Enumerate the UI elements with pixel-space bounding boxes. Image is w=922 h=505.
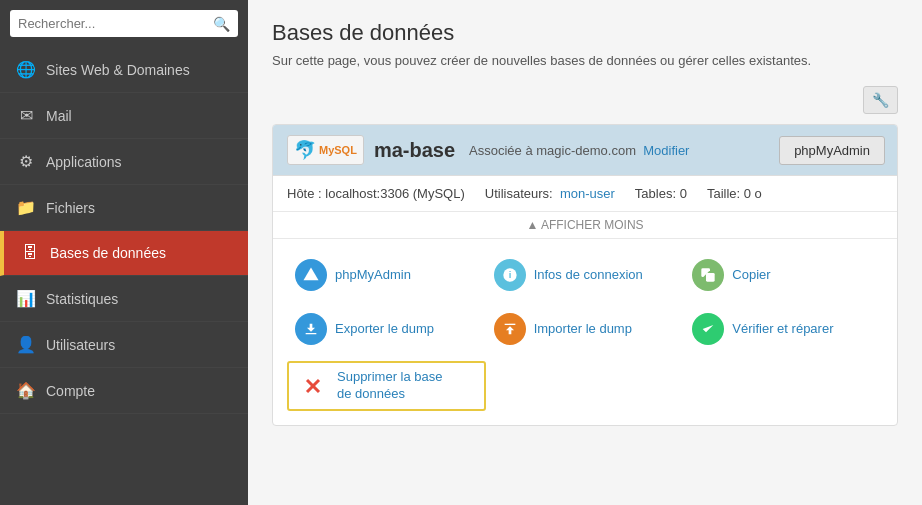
host-info: Hôte : localhost:3306 (MySQL) [287, 186, 465, 201]
exporter-dump-label: Exporter le dump [335, 321, 434, 338]
size-label: Taille: [707, 186, 740, 201]
db-header: 🐬 MySQL ma-base Associée à magic-demo.co… [273, 125, 897, 176]
sidebar-item-label: Fichiers [46, 200, 95, 216]
sites-web-icon: 🌐 [16, 60, 36, 79]
mysql-badge: 🐬 MySQL [287, 135, 364, 165]
sidebar-item-label: Statistiques [46, 291, 118, 307]
sidebar-item-label: Mail [46, 108, 72, 124]
db-name: ma-base [374, 139, 455, 162]
phpmyadmin-action-label: phpMyAdmin [335, 267, 411, 284]
modifier-link[interactable]: Modifier [643, 143, 689, 158]
compte-icon: 🏠 [16, 381, 36, 400]
assoc-text: Associée à magic-demo.com [469, 143, 636, 158]
copier-icon [692, 259, 724, 291]
sidebar-item-sites-web[interactable]: 🌐 Sites Web & Domaines [0, 47, 248, 93]
db-assoc: Associée à magic-demo.com Modifier [469, 143, 689, 158]
sidebar-item-bases-de-donnees[interactable]: 🗄 Bases de données [0, 231, 248, 276]
host-label: Hôte : [287, 186, 322, 201]
fichiers-icon: 📁 [16, 198, 36, 217]
applications-icon: ⚙ [16, 152, 36, 171]
sidebar-item-statistiques[interactable]: 📊 Statistiques [0, 276, 248, 322]
bases-de-donnees-icon: 🗄 [20, 244, 40, 262]
tables-info: Tables: 0 [635, 186, 687, 201]
wrench-button[interactable]: 🔧 [863, 86, 898, 114]
main-content: Bases de données Sur cette page, vous po… [248, 0, 922, 505]
users-value[interactable]: mon-user [560, 186, 615, 201]
verifier-reparer-icon [692, 313, 724, 345]
supprimer-icon [297, 370, 329, 402]
sidebar-item-label: Bases de données [50, 245, 166, 261]
svg-rect-2 [706, 273, 715, 282]
page-subtitle: Sur cette page, vous pouvez créer de nou… [272, 52, 898, 70]
importer-dump-label: Importer le dump [534, 321, 632, 338]
infos-connexion-label: Infos de connexion [534, 267, 643, 284]
host-value: localhost:3306 (MySQL) [325, 186, 464, 201]
sidebar-item-label: Compte [46, 383, 95, 399]
sidebar: 🔍 🌐 Sites Web & Domaines ✉ Mail ⚙ Applic… [0, 0, 248, 505]
sidebar-item-utilisateurs[interactable]: 👤 Utilisateurs [0, 322, 248, 368]
tables-value: 0 [680, 186, 687, 201]
sidebar-item-label: Sites Web & Domaines [46, 62, 190, 78]
size-value: 0 o [744, 186, 762, 201]
users-label: Utilisateurs: [485, 186, 553, 201]
page-title: Bases de données [272, 20, 898, 46]
db-header-left: 🐬 MySQL ma-base Associée à magic-demo.co… [273, 125, 703, 175]
action-verifier-reparer[interactable]: Vérifier et réparer [684, 307, 883, 351]
db-card: 🐬 MySQL ma-base Associée à magic-demo.co… [272, 124, 898, 426]
statistiques-icon: 📊 [16, 289, 36, 308]
search-input[interactable] [10, 10, 238, 37]
importer-dump-icon [494, 313, 526, 345]
search-container: 🔍 [0, 0, 248, 47]
action-importer-dump[interactable]: Importer le dump [486, 307, 685, 351]
mail-icon: ✉ [16, 106, 36, 125]
phpmyadmin-header-button[interactable]: phpMyAdmin [779, 136, 885, 165]
mysql-label: MySQL [319, 144, 357, 156]
db-actions: phpMyAdmin i Infos de connexion Copier E… [273, 239, 897, 425]
copier-label: Copier [732, 267, 770, 284]
search-icon: 🔍 [213, 16, 230, 32]
sidebar-item-label: Applications [46, 154, 122, 170]
action-phpmyadmin[interactable]: phpMyAdmin [287, 253, 486, 297]
sidebar-item-mail[interactable]: ✉ Mail [0, 93, 248, 139]
wrench-button-container: 🔧 [272, 86, 898, 114]
sidebar-item-fichiers[interactable]: 📁 Fichiers [0, 185, 248, 231]
db-info-row: Hôte : localhost:3306 (MySQL) Utilisateu… [273, 176, 897, 212]
action-exporter-dump[interactable]: Exporter le dump [287, 307, 486, 351]
sidebar-item-label: Utilisateurs [46, 337, 115, 353]
mysql-dolphin-icon: 🐬 [294, 139, 316, 161]
action-infos-connexion[interactable]: i Infos de connexion [486, 253, 685, 297]
sidebar-nav: 🌐 Sites Web & Domaines ✉ Mail ⚙ Applicat… [0, 47, 248, 414]
utilisateurs-icon: 👤 [16, 335, 36, 354]
supprimer-label: Supprimer la basede données [337, 369, 443, 403]
size-info: Taille: 0 o [707, 186, 762, 201]
exporter-dump-icon [295, 313, 327, 345]
users-info: Utilisateurs: mon-user [485, 186, 615, 201]
sidebar-item-compte[interactable]: 🏠 Compte [0, 368, 248, 414]
action-supprimer[interactable]: Supprimer la basede données [287, 361, 486, 411]
tables-label: Tables: [635, 186, 676, 201]
phpmyadmin-action-icon [295, 259, 327, 291]
svg-text:i: i [508, 270, 511, 280]
afficher-moins-label: ▲ AFFICHER MOINS [526, 218, 643, 232]
action-copier[interactable]: Copier [684, 253, 883, 297]
afficher-moins-toggle[interactable]: ▲ AFFICHER MOINS [273, 212, 897, 239]
infos-connexion-icon: i [494, 259, 526, 291]
sidebar-item-applications[interactable]: ⚙ Applications [0, 139, 248, 185]
verifier-reparer-label: Vérifier et réparer [732, 321, 833, 338]
